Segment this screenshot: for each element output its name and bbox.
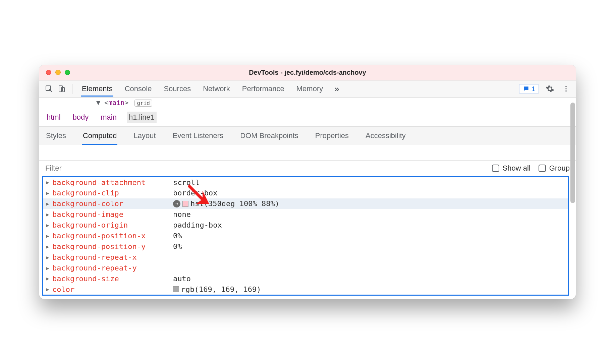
- prop-name: background-repeat-x: [52, 252, 173, 263]
- crumb-html[interactable]: html: [45, 112, 63, 123]
- prop-name: background-image: [52, 209, 173, 220]
- prop-name: background-position-y: [52, 241, 173, 252]
- computed-prop-row[interactable]: ▶ background-position-y 0%: [43, 241, 568, 252]
- close-window-button[interactable]: [46, 70, 51, 75]
- computed-prop-row[interactable]: ▶ background-clip border-box: [43, 188, 568, 198]
- checkbox-icon: [539, 165, 546, 172]
- maximize-window-button[interactable]: [65, 70, 70, 75]
- expand-icon[interactable]: ▶: [46, 243, 52, 250]
- subtab-event-listeners[interactable]: Event Listeners: [172, 127, 224, 145]
- tab-elements[interactable]: Elements: [81, 81, 113, 97]
- settings-icon[interactable]: [545, 84, 555, 94]
- prop-value: border-box: [173, 188, 217, 198]
- filter-input[interactable]: [45, 164, 484, 173]
- svg-point-3: [565, 86, 567, 87]
- main-toolbar: Elements Console Sources Network Perform…: [39, 80, 576, 98]
- computed-prop-row[interactable]: ▶ background-attachment scroll: [43, 177, 568, 188]
- dom-breadcrumb: html body main h1.line1: [39, 108, 576, 127]
- device-toggle-icon[interactable]: [57, 84, 67, 94]
- expand-icon[interactable]: ▶: [46, 265, 52, 271]
- issues-badge[interactable]: 1: [519, 84, 539, 94]
- prop-name: background-attachment: [52, 177, 173, 188]
- prop-value: rgb(169, 169, 169): [181, 284, 261, 295]
- subtab-accessibility[interactable]: Accessibility: [365, 127, 406, 145]
- prop-name: color: [52, 284, 173, 295]
- prop-name: background-color: [52, 198, 173, 209]
- prop-name: background-clip: [52, 188, 173, 198]
- expand-icon[interactable]: ▶: [46, 254, 52, 261]
- tab-performance[interactable]: Performance: [241, 81, 285, 97]
- minimize-window-button[interactable]: [55, 70, 61, 75]
- show-all-label: Show all: [503, 164, 530, 173]
- svg-point-5: [565, 90, 567, 92]
- navigate-icon[interactable]: ➜: [173, 200, 180, 207]
- expand-icon[interactable]: ▶: [46, 200, 52, 207]
- subtab-dom-breakpoints[interactable]: DOM Breakpoints: [239, 127, 299, 145]
- prop-name: background-position-x: [52, 231, 173, 241]
- toolbar-right: 1: [519, 84, 571, 94]
- window-controls: [39, 70, 70, 75]
- expand-icon[interactable]: ▶: [46, 190, 52, 196]
- expand-icon[interactable]: ▶: [46, 286, 52, 293]
- checkbox-icon: [492, 165, 499, 172]
- vertical-scrollbar[interactable]: [570, 82, 575, 277]
- prop-value: none: [173, 209, 191, 220]
- expand-icon[interactable]: ▶: [46, 275, 52, 282]
- panel-tabs: Elements Console Sources Network Perform…: [78, 81, 516, 97]
- color-swatch[interactable]: [173, 286, 179, 292]
- crumb-body[interactable]: body: [71, 112, 91, 123]
- devtools-window: DevTools - jec.fyi/demo/cds-anchovy Elem…: [39, 65, 576, 299]
- prop-value: 0%: [173, 231, 182, 241]
- elements-subtabs: Styles Computed Layout Event Listeners D…: [39, 127, 576, 145]
- expand-icon[interactable]: ▶: [46, 211, 52, 218]
- tab-network[interactable]: Network: [202, 81, 231, 97]
- tab-memory[interactable]: Memory: [296, 81, 324, 97]
- grid-badge[interactable]: grid: [134, 100, 152, 107]
- expand-icon[interactable]: ▶: [46, 179, 52, 186]
- subtab-properties[interactable]: Properties: [315, 127, 349, 145]
- scrollbar-thumb[interactable]: [570, 103, 575, 203]
- computed-prop-row[interactable]: ▶ background-repeat-x: [43, 252, 568, 263]
- show-all-checkbox[interactable]: Show all: [492, 164, 530, 173]
- prop-value: padding-box: [173, 220, 222, 231]
- computed-prop-row[interactable]: ▶ background-origin padding-box: [43, 220, 568, 231]
- prop-value: auto: [173, 274, 191, 284]
- prop-value: scroll: [173, 177, 200, 188]
- more-tabs-icon[interactable]: »: [334, 84, 339, 94]
- color-swatch[interactable]: [182, 201, 188, 207]
- prop-name: background-origin: [52, 220, 173, 231]
- tab-console[interactable]: Console: [124, 81, 153, 97]
- computed-prop-row[interactable]: ▶ background-position-x 0%: [43, 231, 568, 241]
- computed-prop-row[interactable]: ▶ color rgb(169, 169, 169): [43, 284, 568, 295]
- svg-point-4: [565, 88, 567, 89]
- expand-icon[interactable]: ▶: [46, 222, 52, 229]
- group-label: Group: [549, 164, 570, 173]
- computed-filter-bar: Show all Group: [39, 161, 576, 176]
- expand-icon[interactable]: ▶: [46, 233, 52, 239]
- subtab-layout[interactable]: Layout: [133, 127, 156, 145]
- crumb-h1-line1[interactable]: h1.line1: [127, 112, 157, 123]
- inspect-element-icon[interactable]: [44, 84, 54, 94]
- kebab-menu-icon[interactable]: [561, 84, 571, 94]
- computed-prop-row[interactable]: ▶ background-color ➜ hsl(350deg 100% 88%…: [43, 198, 568, 209]
- computed-boxmodel-area: [39, 145, 576, 161]
- window-title: DevTools - jec.fyi/demo/cds-anchovy: [39, 69, 576, 76]
- group-checkbox[interactable]: Group: [539, 164, 570, 173]
- prop-value: 0%: [173, 241, 182, 252]
- crumb-main[interactable]: main: [99, 112, 119, 123]
- computed-prop-row[interactable]: ▶ background-size auto: [43, 274, 568, 284]
- dom-tree-snippet[interactable]: ▼ <main> grid: [39, 98, 576, 108]
- prop-value: hsl(350deg 100% 88%): [190, 198, 279, 209]
- computed-prop-row[interactable]: ▶ background-image none: [43, 209, 568, 220]
- issues-count: 1: [532, 85, 535, 93]
- titlebar: DevTools - jec.fyi/demo/cds-anchovy: [39, 65, 576, 80]
- dom-tag-main: main: [108, 99, 124, 107]
- subtab-styles[interactable]: Styles: [45, 127, 67, 145]
- tab-sources[interactable]: Sources: [163, 81, 191, 97]
- subtab-computed[interactable]: Computed: [82, 127, 118, 145]
- computed-prop-row[interactable]: ▶ background-repeat-y: [43, 263, 568, 274]
- toolbar-divider: [72, 84, 72, 94]
- computed-properties-list: ▶ background-attachment scroll ▶ backgro…: [42, 176, 569, 296]
- prop-name: background-repeat-y: [52, 263, 173, 274]
- svg-rect-1: [59, 86, 62, 91]
